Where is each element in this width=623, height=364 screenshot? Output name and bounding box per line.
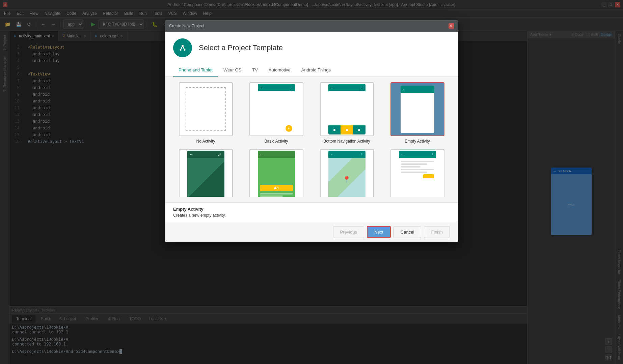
- nav-item-3: [353, 125, 365, 134]
- create-project-dialog: Create New Project ✕ Select a Project Te…: [165, 20, 458, 242]
- dialog-logo: [173, 38, 192, 57]
- map-dots-icon: ⋮: [360, 153, 363, 156]
- dialog-overlay: Create New Project ✕ Select a Project Te…: [0, 0, 623, 364]
- scroll-dots-icon: ⋮: [431, 153, 434, 156]
- template-label-basic: Basic Activity: [264, 139, 288, 144]
- tab-android-things[interactable]: Android Things: [296, 64, 336, 77]
- template-label-empty: Empty Activity: [405, 139, 430, 144]
- dialog-content: No Activity ← ⋮ +: [165, 77, 458, 202]
- map-pin-icon: 📍: [343, 176, 351, 184]
- nav-item-1: [328, 125, 341, 134]
- template-thumb-maps: ← ⋮ 📍: [320, 149, 374, 197]
- template-thumb-basic: ← ⋮ +: [249, 82, 303, 136]
- fs-expand-icon: ⤢: [218, 152, 222, 157]
- tab-tv[interactable]: TV: [247, 64, 263, 77]
- back-empty-icon: ←: [403, 88, 406, 91]
- dialog-description: Empty Activity Creates a new empty activ…: [165, 202, 458, 222]
- template-label-no-activity: No Activity: [196, 139, 215, 144]
- dialog-footer: Previous Next Cancel Finish: [165, 222, 458, 242]
- template-thumb-empty: ←: [390, 82, 444, 136]
- svg-point-1: [182, 45, 184, 47]
- fs-arrow-icon: ←: [189, 152, 193, 157]
- template-basic-activity[interactable]: ← ⋮ + Basic Activity: [244, 82, 309, 144]
- template-admob[interactable]: ← Ad Google Ad: [244, 149, 309, 197]
- map-arrow-icon: ←: [330, 153, 334, 156]
- scroll-arrow-icon: ←: [401, 153, 404, 156]
- back-arrow-icon: ←: [260, 86, 263, 90]
- dots-icon: ⋮: [290, 86, 293, 90]
- template-thumb-scrolling: ← ⋮: [390, 149, 444, 197]
- template-no-activity[interactable]: No Activity: [173, 82, 238, 144]
- fab-icon: +: [286, 125, 292, 132]
- more-icon: ⋮: [360, 86, 363, 90]
- dialog-close-btn[interactable]: ✕: [449, 23, 454, 29]
- dialog-header: Select a Project Template: [165, 32, 458, 64]
- scroll-btn-preview: [423, 174, 434, 178]
- svg-point-2: [180, 49, 182, 51]
- description-text: Creates a new empty activity.: [173, 213, 450, 218]
- svg-point-3: [184, 49, 186, 51]
- next-button[interactable]: Next: [367, 226, 391, 238]
- template-thumb-bottom-nav: ← ⋮: [320, 82, 374, 136]
- description-title: Empty Activity: [173, 207, 450, 212]
- template-fullscreen[interactable]: ← ⤢ Fullscreen Activity: [173, 149, 238, 197]
- tab-wear-os[interactable]: Wear OS: [218, 64, 247, 77]
- template-thumb-admob: ← Ad: [249, 149, 303, 197]
- tab-phone-tablet[interactable]: Phone and Tablet: [173, 64, 218, 77]
- finish-button[interactable]: Finish: [424, 226, 450, 238]
- previous-button[interactable]: Previous: [333, 226, 364, 238]
- template-empty-activity[interactable]: ← Empty Activity: [385, 82, 450, 144]
- template-thumb-no-activity: [179, 82, 233, 136]
- template-maps[interactable]: ← ⋮ 📍 Google Maps Activity: [314, 149, 379, 197]
- nav-item-2: [341, 125, 353, 134]
- cancel-button[interactable]: Cancel: [394, 226, 421, 238]
- ad-banner: Ad: [260, 185, 293, 191]
- dialog-title-bar: Create New Project ✕: [165, 21, 458, 32]
- tab-automotive[interactable]: Automotive: [263, 64, 296, 77]
- ad-arrow-icon: ←: [260, 153, 263, 156]
- back-icon: ←: [330, 86, 334, 90]
- svg-point-0: [178, 43, 187, 53]
- dialog-title: Create New Project: [169, 24, 204, 28]
- template-bottom-nav[interactable]: ← ⋮: [314, 82, 379, 144]
- template-label-bottom-nav: Bottom Navigation Activity: [323, 139, 370, 144]
- template-grid: No Activity ← ⋮ +: [173, 82, 450, 197]
- template-scrolling[interactable]: ← ⋮: [385, 149, 450, 197]
- dialog-header-title: Select a Project Template: [199, 43, 283, 52]
- template-thumb-fullscreen: ← ⤢: [179, 149, 233, 197]
- dialog-tabs: Phone and Tablet Wear OS TV Automotive A…: [165, 64, 458, 77]
